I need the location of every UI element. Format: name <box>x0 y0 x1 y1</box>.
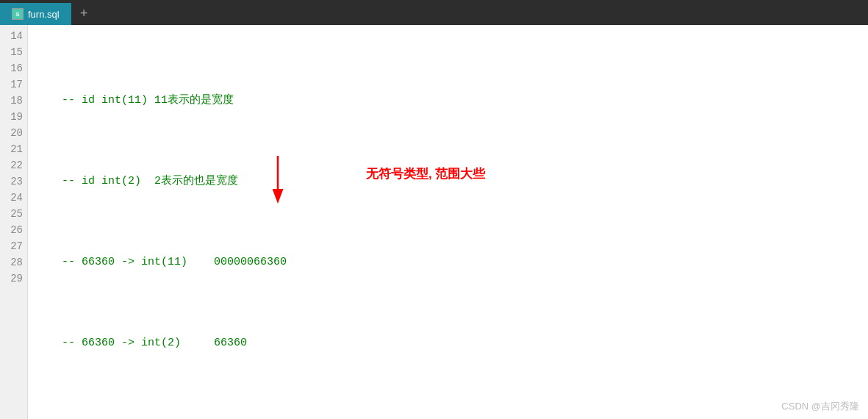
code-line-14: -- id int(11) 11表示的是宽度 <box>35 93 868 109</box>
line-num-24: 24 <box>10 190 23 206</box>
code-line-18 <box>35 416 868 419</box>
editor-area: 14 15 16 17 18 19 20 21 22 23 24 25 26 2… <box>0 25 868 419</box>
line-number-gutter: 14 15 16 17 18 19 20 21 22 23 24 25 26 2… <box>0 25 28 419</box>
code-line-16: -- 66360 -> int(11) 00000066360 <box>35 254 868 271</box>
line-num-17: 17 <box>10 76 23 93</box>
new-tab-button[interactable]: + <box>71 3 97 25</box>
line-num-23: 23 <box>10 173 23 190</box>
line-num-26: 26 <box>10 222 23 238</box>
line-num-27: 27 <box>10 238 23 254</box>
line-num-25: 25 <box>10 206 23 222</box>
line-num-21: 21 <box>10 141 23 157</box>
annotation-container: 无符号类型, 范围大些 <box>28 25 868 419</box>
tab-label: furn.sql <box>28 9 60 20</box>
line-num-20: 20 <box>10 125 23 141</box>
line-num-14: 14 <box>10 28 23 44</box>
watermark: CSDN @吉冈秀隆 <box>781 400 859 413</box>
tab-furn-sql[interactable]: S furn.sql <box>0 3 71 25</box>
line-num-16: 16 <box>10 60 23 76</box>
code-content: -- id int(11) 11表示的是宽度 -- id int(2) 2表示的… <box>28 25 868 419</box>
code-line-15: -- id int(2) 2表示的也是宽度 <box>35 173 868 190</box>
line-num-28: 28 <box>10 254 23 271</box>
line-num-18: 18 <box>10 93 23 109</box>
code-line-17: -- 66360 -> int(2) 66360 <box>35 335 868 351</box>
sql-icon: S <box>12 8 24 20</box>
line-num-22: 22 <box>10 157 23 173</box>
line-num-19: 19 <box>10 109 23 125</box>
tab-bar: S furn.sql + <box>0 0 868 25</box>
line-num-15: 15 <box>10 44 23 60</box>
line-num-29: 29 <box>10 271 23 287</box>
code-area: 14 15 16 17 18 19 20 21 22 23 24 25 26 2… <box>0 25 868 419</box>
